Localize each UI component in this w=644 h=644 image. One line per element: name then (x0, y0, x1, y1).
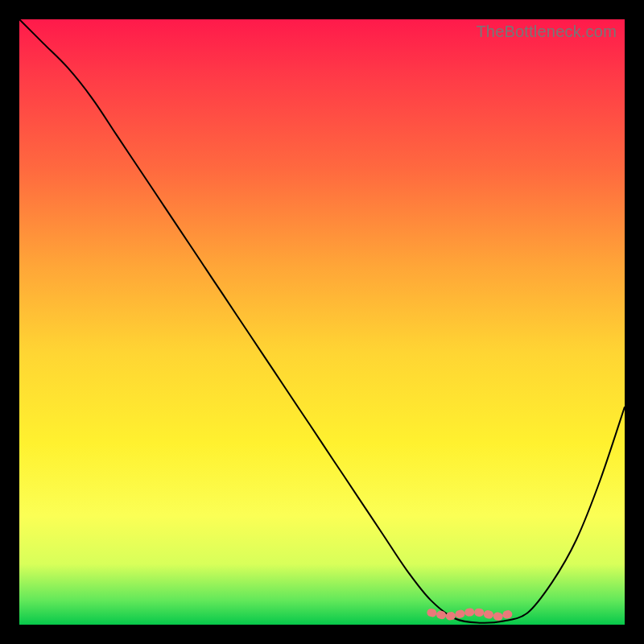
bottleneck-curve (19, 19, 625, 623)
curve-svg (19, 19, 625, 625)
minimum-marker (431, 612, 515, 617)
plot-area: TheBottleneck.com (19, 19, 625, 625)
chart-frame: TheBottleneck.com (0, 0, 644, 644)
